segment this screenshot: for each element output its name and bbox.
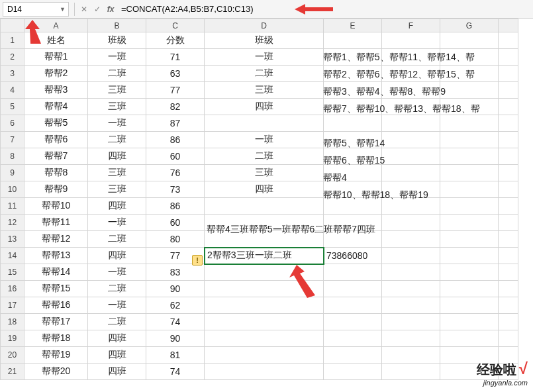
cell[interactable] — [382, 248, 440, 264]
cell[interactable] — [440, 181, 499, 198]
cell[interactable]: 63 — [146, 66, 205, 82]
cell[interactable] — [440, 330, 499, 347]
cell[interactable]: 90 — [146, 281, 205, 297]
cell[interactable]: 四班 — [88, 347, 146, 364]
cell[interactable]: 一班 — [88, 115, 146, 132]
cell[interactable] — [382, 330, 440, 347]
cell[interactable] — [382, 32, 440, 49]
row-header[interactable]: 13 — [1, 231, 24, 248]
cell[interactable]: 一班 — [205, 132, 324, 148]
cell[interactable] — [382, 364, 440, 380]
cell[interactable]: 一班 — [88, 49, 146, 66]
cell[interactable] — [499, 264, 518, 281]
cell[interactable] — [440, 264, 499, 281]
cell[interactable] — [382, 215, 440, 231]
cell[interactable]: 帮帮15 — [24, 281, 88, 297]
cell[interactable] — [440, 66, 499, 82]
cell[interactable] — [324, 215, 382, 231]
warning-icon[interactable]: ! — [192, 255, 203, 266]
cell[interactable] — [499, 66, 518, 82]
cell[interactable]: 二班 — [205, 148, 324, 165]
cell[interactable]: 74 — [146, 314, 205, 330]
cancel-button[interactable]: ✕ — [77, 3, 91, 16]
cell[interactable] — [499, 181, 518, 198]
cell[interactable] — [499, 231, 518, 248]
cell[interactable] — [382, 264, 440, 281]
row-header[interactable]: 8 — [1, 148, 24, 165]
cell[interactable] — [499, 49, 518, 66]
cell[interactable] — [382, 281, 440, 297]
col-header-H[interactable] — [499, 19, 518, 32]
cell[interactable] — [324, 132, 382, 148]
cell[interactable] — [440, 215, 499, 231]
row-header[interactable]: 2 — [1, 49, 24, 66]
cell[interactable] — [440, 32, 499, 49]
cell[interactable]: 一班 — [88, 215, 146, 231]
cell[interactable]: 帮帮6 — [24, 132, 88, 148]
cell[interactable] — [499, 297, 518, 314]
cell[interactable]: 一班 — [88, 297, 146, 314]
col-header-A[interactable]: A — [24, 19, 88, 32]
cell[interactable] — [440, 198, 499, 215]
name-box-dropdown-icon[interactable]: ▼ — [60, 6, 66, 13]
cell[interactable] — [324, 347, 382, 364]
confirm-button[interactable]: ✓ — [91, 3, 104, 16]
cell[interactable]: 班级 — [88, 32, 146, 49]
cell[interactable] — [205, 231, 324, 248]
fx-button[interactable]: fx — [104, 3, 117, 16]
row-header[interactable]: 12 — [1, 215, 24, 231]
cell[interactable]: 60 — [146, 215, 205, 231]
cell[interactable] — [324, 99, 382, 115]
cell[interactable] — [324, 165, 382, 181]
cell[interactable] — [499, 165, 518, 181]
cell[interactable] — [499, 82, 518, 99]
cell[interactable]: 86 — [146, 198, 205, 215]
cell[interactable]: 帮帮4 — [24, 99, 88, 115]
cell[interactable] — [440, 82, 499, 99]
cell[interactable] — [382, 99, 440, 115]
cell[interactable]: 90 — [146, 330, 205, 347]
cell[interactable]: 三班 — [88, 165, 146, 181]
cell[interactable]: 帮帮20 — [24, 364, 88, 380]
cell[interactable]: 四班 — [205, 181, 324, 198]
cell[interactable] — [440, 231, 499, 248]
row-header[interactable]: 4 — [1, 82, 24, 99]
cell[interactable]: 帮帮8 — [24, 165, 88, 181]
row-header[interactable]: 10 — [1, 181, 24, 198]
row-header[interactable]: 20 — [1, 347, 24, 364]
selected-cell[interactable]: 2帮帮3三班一班二班 — [205, 248, 324, 264]
row-header[interactable]: 6 — [1, 115, 24, 132]
cell[interactable]: 帮帮14 — [24, 264, 88, 281]
cell[interactable] — [499, 32, 518, 49]
cell[interactable]: 三班 — [88, 181, 146, 198]
cell[interactable] — [324, 330, 382, 347]
cell[interactable]: 三班 — [205, 165, 324, 181]
cell[interactable]: 一班 — [205, 49, 324, 66]
cell[interactable] — [205, 215, 324, 231]
cell[interactable]: 帮帮2 — [24, 66, 88, 82]
cell[interactable] — [499, 281, 518, 297]
row-header[interactable]: 16 — [1, 281, 24, 297]
cell[interactable]: 四班 — [88, 330, 146, 347]
cell[interactable]: 三班 — [88, 99, 146, 115]
row-header[interactable]: 5 — [1, 99, 24, 115]
cell[interactable]: 帮帮5 — [24, 115, 88, 132]
cell[interactable]: 帮帮11 — [24, 215, 88, 231]
cell[interactable]: 三班 — [205, 82, 324, 99]
cell[interactable] — [324, 231, 382, 248]
cell[interactable] — [205, 281, 324, 297]
cell[interactable] — [499, 99, 518, 115]
cell[interactable] — [382, 82, 440, 99]
cell[interactable] — [324, 364, 382, 380]
row-header[interactable]: 3 — [1, 66, 24, 82]
cell[interactable]: 二班 — [88, 132, 146, 148]
cell[interactable] — [205, 314, 324, 330]
cell[interactable] — [499, 198, 518, 215]
row-header[interactable]: 18 — [1, 314, 24, 330]
cell[interactable] — [205, 347, 324, 364]
row-header[interactable]: 11 — [1, 198, 24, 215]
cell[interactable]: 60 — [146, 148, 205, 165]
cell[interactable]: 77 — [146, 82, 205, 99]
cell[interactable] — [205, 198, 324, 215]
col-header-B[interactable]: B — [88, 19, 146, 32]
